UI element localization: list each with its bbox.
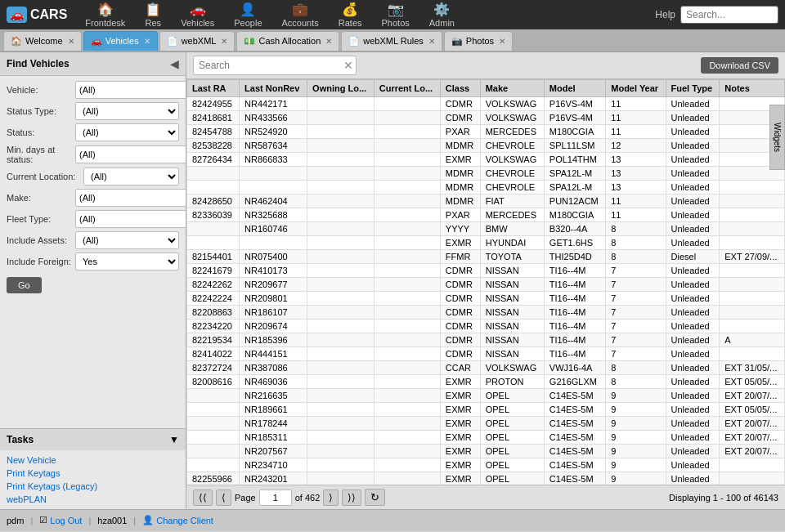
nav-search-input[interactable]	[680, 6, 778, 24]
go-button[interactable]: Go	[7, 277, 42, 293]
current-location-select[interactable]: (All)	[83, 168, 179, 186]
change-client-link[interactable]: Change Client	[156, 516, 213, 525]
filter-make-row: Make:	[7, 189, 179, 207]
table-row[interactable]: 82418681NR433566CDMRVOLKSWAGP16VS-4M11Un…	[187, 111, 785, 125]
new-vehicle-link[interactable]: New Vehicle	[7, 454, 179, 467]
table-cell: Unleaded	[666, 445, 720, 458]
nav-frontdesk[interactable]: 🏠 Frontdesk	[77, 0, 133, 29]
table-row[interactable]: 82372724NR387086CCARVOLKSWAGVWJ16-4A8Unl…	[187, 361, 785, 375]
table-row[interactable]: 82424955NR442171CDMRVOLKSWAGP16VS-4M11Un…	[187, 97, 785, 111]
table-row[interactable]: 82234220NR209674CDMRNISSANTI16--4M7Unlea…	[187, 320, 785, 333]
table-row[interactable]: 82241679NR410173CDMRNISSANTI16--4M7Unlea…	[187, 264, 785, 278]
nav-rates[interactable]: 💰 Rates	[330, 0, 370, 29]
webplan-link[interactable]: webPLAN	[7, 493, 179, 506]
page-next-button[interactable]: ⟩	[323, 490, 339, 506]
table-cell: 8	[606, 361, 666, 375]
col-last-nonrev: Last NonRev	[240, 80, 307, 97]
tab-webxml-rules[interactable]: 📄 webXML Rules ✕	[341, 31, 442, 51]
status-type-select[interactable]: (All)	[75, 102, 179, 120]
tab-welcome[interactable]: 🏠 Welcome ✕	[3, 31, 82, 51]
nav-admin[interactable]: ⚙️ Admin	[421, 0, 463, 29]
table-cell: NISSAN	[480, 292, 544, 306]
table-row[interactable]: 82336039NR325688PXARMERCEDESM180CGIA11Un…	[187, 208, 785, 222]
sidebar-collapse-button[interactable]: ◀	[170, 57, 179, 70]
table-row[interactable]: 82208863NR186107CDMRNISSANTI16--4M7Unlea…	[187, 306, 785, 320]
page-number-input[interactable]	[259, 490, 292, 506]
tasks-header[interactable]: Tasks ▼	[0, 429, 186, 450]
table-row[interactable]: NR178244EXMROPELC14ES-5M9UnleadedEXT 20/…	[187, 417, 785, 431]
filter-min-days-row: Min. days at status:	[7, 145, 179, 164]
table-row[interactable]: 82255966NR243201EXMROPELC14ES-5M9Unleade…	[187, 472, 785, 485]
tab-vehicles-close[interactable]: ✕	[144, 37, 150, 46]
table-row[interactable]: 82726434NR866833EXMRVOLKSWAGPOL14THM13Un…	[187, 153, 785, 167]
table-cell	[307, 250, 375, 264]
page-prev-button[interactable]: ⟨	[216, 490, 231, 506]
table-row[interactable]: 82414022NR444151CDMRNISSANTI16--4M7Unlea…	[187, 347, 785, 361]
table-row[interactable]: 82242262NR209677CDMRNISSANTI16--4M7Unlea…	[187, 278, 785, 292]
table-cell: 8	[606, 236, 666, 250]
table-cell: NR207567	[240, 445, 307, 458]
table-row[interactable]: NR234710EXMROPELC14ES-5M9Unleaded	[187, 458, 785, 472]
tab-photos-close[interactable]: ✕	[499, 37, 505, 46]
table-row[interactable]: 82008616NR469036EXMRPROTONG216GLXM8Unlea…	[187, 375, 785, 389]
page-last-button[interactable]: ⟩⟩	[342, 490, 361, 506]
tab-webxml-close[interactable]: ✕	[221, 37, 227, 46]
table-cell	[374, 194, 440, 208]
table-row[interactable]: MDMRCHEVROLESPA12L-M13Unleaded	[187, 167, 785, 181]
nav-people[interactable]: 👤 People	[226, 0, 270, 29]
table-cell: EXMR	[440, 153, 480, 167]
frontdesk-icon: 🏠	[97, 2, 114, 17]
tab-photos[interactable]: 📷 Photos ✕	[444, 31, 513, 51]
table-cell: 82234220	[187, 320, 240, 333]
status-select[interactable]: (All)	[75, 123, 179, 141]
fleet-type-input[interactable]	[75, 210, 186, 228]
search-clear-button[interactable]: ✕	[343, 59, 353, 72]
table-cell	[374, 222, 440, 236]
table-cell: 9	[606, 389, 666, 403]
widgets-button[interactable]: Widgets	[769, 105, 785, 170]
nav-photos[interactable]: 📷 Photos	[374, 0, 418, 29]
table-row[interactable]: NR216635EXMROPELC14ES-5M9UnleadedEXT 20/…	[187, 389, 785, 403]
page-first-button[interactable]: ⟨⟨	[193, 490, 213, 506]
print-keytags-legacy-link[interactable]: Print Keytags (Legacy)	[7, 480, 179, 493]
tab-vehicles[interactable]: 🚗 Vehicles ✕	[83, 31, 158, 51]
sidebar-title: Find Vehicles	[7, 58, 70, 69]
nav-res[interactable]: 📋 Res	[137, 0, 169, 29]
log-out-link[interactable]: Log Out	[50, 516, 82, 525]
table-row[interactable]: 82428650NR462404MDMRFIATPUN12ACM11Unlead…	[187, 194, 785, 208]
table-row[interactable]: 82242224NR209801CDMRNISSANTI16--4M7Unlea…	[187, 292, 785, 306]
table-row[interactable]: NR207567EXMROPELC14ES-5M9UnleadedEXT 20/…	[187, 445, 785, 458]
include-assets-select[interactable]: (All)	[75, 231, 179, 249]
min-days-input[interactable]	[75, 145, 186, 163]
table-cell	[374, 153, 440, 167]
table-cell	[307, 97, 375, 111]
tab-cash-close[interactable]: ✕	[325, 37, 332, 46]
table-row[interactable]: 82219534NR185396CDMRNISSANTI16--4M7Unlea…	[187, 333, 785, 347]
make-input[interactable]	[75, 189, 186, 207]
tab-webxml[interactable]: 📄 webXML ✕	[159, 31, 236, 51]
table-row[interactable]: NR189661EXMROPELC14ES-5M9UnleadedEXT 05/…	[187, 403, 785, 417]
table-cell	[374, 445, 440, 458]
table-row[interactable]: NR160746YYYYBMWB320--4A8Unleaded	[187, 222, 785, 236]
tab-welcome-close[interactable]: ✕	[68, 37, 74, 46]
table-row[interactable]: EXMRHYUNDAIGET1.6HS8Unleaded	[187, 236, 785, 250]
nav-vehicles[interactable]: 🚗 Vehicles	[173, 0, 222, 29]
include-foreign-select[interactable]: Yes No	[75, 253, 179, 270]
download-csv-button[interactable]: Download CSV	[701, 57, 778, 74]
table-row[interactable]: 82154401NR075400FFMRTOYOTATHI25D4D8Diese…	[187, 250, 785, 264]
nav-accounts[interactable]: 💼 Accounts	[274, 0, 327, 29]
table-row[interactable]: MDMRCHEVROLESPA12L-M13Unleaded	[187, 181, 785, 194]
table-row[interactable]: 82454788NR524920PXARMERCEDESM180CGIA11Un…	[187, 125, 785, 139]
tab-webxml-rules-close[interactable]: ✕	[428, 37, 435, 46]
tab-cash-allocation[interactable]: 💵 Cash Allocation ✕	[236, 31, 339, 51]
table-row[interactable]: NR185311EXMROPELC14ES-5M9UnleadedEXT 20/…	[187, 431, 785, 445]
table-row[interactable]: 82538228NR587634MDMRCHEVROLESPL11LSM12Un…	[187, 139, 785, 153]
table-cell: NR469036	[240, 375, 307, 389]
search-input[interactable]	[193, 56, 357, 75]
table-cell	[720, 347, 785, 361]
nav-photos-label: Photos	[382, 18, 410, 28]
print-keytags-link[interactable]: Print Keytags	[7, 467, 179, 480]
page-refresh-button[interactable]: ↻	[365, 489, 385, 506]
table-cell	[187, 389, 240, 403]
vehicle-input[interactable]	[75, 81, 186, 99]
